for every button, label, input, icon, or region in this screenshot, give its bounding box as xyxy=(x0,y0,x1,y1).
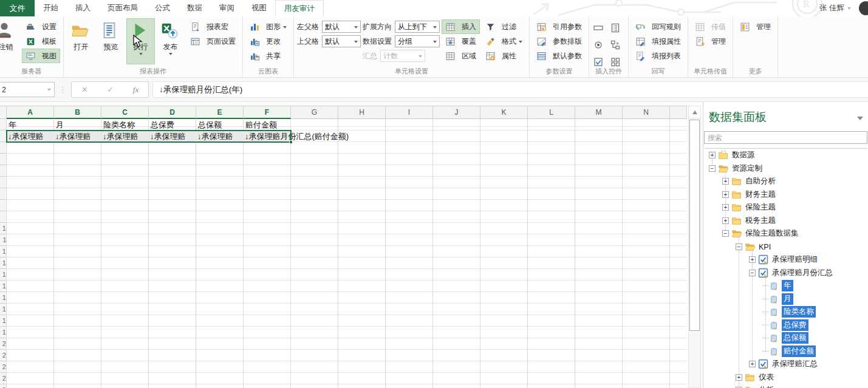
expand-plus-icon[interactable]: + xyxy=(722,217,729,224)
tree-item-年[interactable]: 年 xyxy=(704,279,867,292)
区域-button[interactable]: 区域 xyxy=(442,49,480,63)
row-header-13[interactable]: 13 xyxy=(0,257,6,269)
column-header-A[interactable]: A xyxy=(7,106,54,119)
expand-plus-icon[interactable]: + xyxy=(736,374,742,381)
cell-B2[interactable]: ↓承保理赔 xyxy=(55,131,101,142)
column-header-M[interactable]: M xyxy=(575,106,623,119)
tree-item-险类名称[interactable]: 险类名称 xyxy=(704,305,867,318)
tab-home[interactable]: 开始 xyxy=(35,0,67,16)
tree-item-保险主题数据集[interactable]: −保险主题数据集 xyxy=(704,227,867,240)
expand-minus-icon[interactable]: − xyxy=(722,230,729,237)
expand-plus-icon[interactable]: + xyxy=(722,191,729,198)
column-header-G[interactable]: G xyxy=(291,106,338,119)
cancel-icon[interactable]: ✕ xyxy=(81,85,88,94)
tree-item-财务主题[interactable]: +财务主题 xyxy=(704,188,867,201)
expand-plus-icon[interactable]: + xyxy=(722,178,729,185)
row-header-16[interactable]: 16 xyxy=(0,292,6,304)
row-header-19[interactable]: 19 xyxy=(0,327,6,338)
tree-item-月[interactable]: 月 xyxy=(704,293,867,305)
row-header-7[interactable]: 7 xyxy=(0,188,6,200)
gridlines[interactable] xyxy=(0,119,687,388)
cell-F2[interactable]: ↓承保理赔月份汇总(赔付金额) xyxy=(245,131,349,142)
column-header-D[interactable]: D xyxy=(149,106,196,119)
column-header-B[interactable]: B xyxy=(54,106,101,119)
tree-item-承保理赔月份汇总[interactable]: −承保理赔月份汇总 xyxy=(704,267,867,279)
expand-plus-icon[interactable]: + xyxy=(749,361,756,367)
select-all-corner[interactable] xyxy=(0,106,7,119)
column-header-H[interactable]: H xyxy=(338,106,386,119)
row-header-14[interactable]: 14 xyxy=(0,269,6,281)
格式-button[interactable]: 格式 xyxy=(482,34,526,49)
tree-item-承保理赔汇总[interactable]: +承保理赔汇总 xyxy=(704,358,867,370)
cell-A1[interactable]: 年 xyxy=(9,120,53,131)
account-menu[interactable]: 张 佳辉 xyxy=(819,0,851,16)
row-header-22[interactable]: 22 xyxy=(0,361,6,373)
avatar[interactable] xyxy=(859,1,868,15)
column-header-N[interactable]: N xyxy=(623,106,670,119)
column-header-C[interactable]: C xyxy=(101,106,149,119)
search-input[interactable] xyxy=(704,131,867,144)
过滤-button[interactable]: 过滤 xyxy=(482,19,526,34)
tab-view[interactable]: 视图 xyxy=(243,0,275,16)
scroll-up-button[interactable] xyxy=(689,106,700,118)
worksheet-grid[interactable]: ABCDEFGHIJKLMN12345678910111213141516171… xyxy=(0,102,687,388)
column-header-L[interactable]: L xyxy=(528,106,575,119)
cell-C1[interactable]: 险类名称 xyxy=(103,120,148,131)
column-header-F[interactable]: F xyxy=(244,106,291,119)
expand-minus-icon[interactable]: − xyxy=(749,270,756,276)
expand-plus-icon[interactable]: + xyxy=(722,204,729,211)
expand-minus-icon[interactable]: − xyxy=(709,165,716,172)
tree-item-自助分析[interactable]: +自助分析 xyxy=(704,175,867,188)
ctl-listbox-button[interactable] xyxy=(609,20,625,36)
tree-item-资源定制[interactable]: −资源定制 xyxy=(704,162,867,175)
更改-button[interactable]: 更改 xyxy=(246,34,290,49)
cell-C2[interactable]: ↓承保理赔 xyxy=(103,131,148,142)
insert-function-icon[interactable]: fx xyxy=(133,85,138,95)
formula-bar-splitter[interactable]: ⋮ xyxy=(59,85,67,94)
cell-E2[interactable]: ↓承保理赔 xyxy=(197,131,243,142)
column-header-I[interactable]: I xyxy=(386,106,433,119)
ctl-radio-button[interactable] xyxy=(592,37,608,53)
tab-data[interactable]: 数据 xyxy=(179,0,211,16)
scrollbar-thumb[interactable] xyxy=(689,120,700,331)
row-header-5[interactable]: 5 xyxy=(0,165,6,177)
cell-A2[interactable]: ↓承保理赔 xyxy=(8,131,53,142)
发布-button[interactable]: 发布 xyxy=(156,18,185,64)
row-header-12[interactable]: 12 xyxy=(0,246,6,257)
预览-button[interactable]: 预览 xyxy=(97,18,125,64)
tree-item-分析[interactable]: +分析 xyxy=(704,384,867,388)
row-header-11[interactable]: 11 xyxy=(0,234,6,246)
expand-plus-icon[interactable]: + xyxy=(709,152,716,158)
row-header-18[interactable]: 18 xyxy=(0,315,6,327)
column-header-E[interactable]: E xyxy=(196,106,244,119)
fill-handle[interactable] xyxy=(289,140,293,144)
tree-item-KPI[interactable]: −KPI xyxy=(704,240,867,253)
row-header-10[interactable]: 10 xyxy=(0,223,6,234)
tab-yonyou-audit[interactable]: 用友审计 xyxy=(275,0,324,16)
row-header-6[interactable]: 6 xyxy=(0,177,6,188)
ctl-textbox-button[interactable] xyxy=(592,20,608,36)
cell-B1[interactable]: 月 xyxy=(56,120,101,131)
管理-button[interactable]: 管理 xyxy=(736,19,774,34)
设置-button[interactable]: 设置 xyxy=(22,19,60,34)
tab-formulas[interactable]: 公式 xyxy=(146,0,179,16)
引用参数-button[interactable]: 引用参数 xyxy=(533,19,586,34)
填报列表-button[interactable]: 填报列表 xyxy=(632,49,685,63)
注销-button[interactable]: 注销 xyxy=(0,18,20,64)
cell-F1[interactable]: 赔付金额 xyxy=(245,120,290,131)
覆盖-button[interactable]: 覆盖 xyxy=(442,34,480,49)
tree-item-承保理赔明细[interactable]: +承保理赔明细 xyxy=(704,253,867,266)
row-header-2[interactable]: 2 xyxy=(0,131,6,142)
打开-button[interactable]: 打开 xyxy=(67,18,95,64)
row-header-3[interactable]: 3 xyxy=(0,142,6,154)
row-header-20[interactable]: 20 xyxy=(0,338,6,350)
tree-item-总保费[interactable]: 总保费 xyxy=(704,319,867,332)
左父格-dropdown[interactable]: 默认 xyxy=(322,21,361,33)
row-header-9[interactable]: 9 xyxy=(0,211,6,223)
tab-file[interactable]: 文件 xyxy=(0,0,35,16)
视图-button[interactable]: 视图 xyxy=(22,49,60,63)
填报属性-button[interactable]: 填报属性 xyxy=(632,34,685,49)
参数排版-button[interactable]: 参数排版 xyxy=(533,34,586,49)
column-header-partial[interactable] xyxy=(670,106,687,119)
row-header-8[interactable]: 8 xyxy=(0,200,6,211)
